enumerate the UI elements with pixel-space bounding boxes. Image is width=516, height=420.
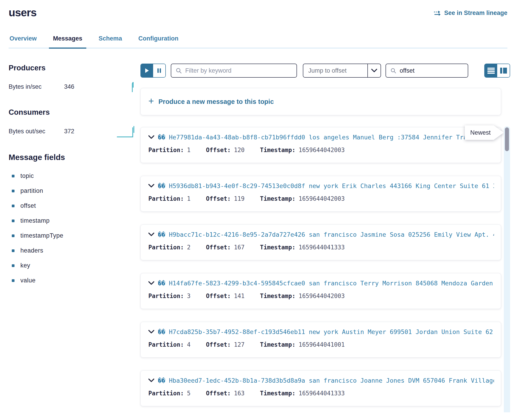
- list-view-button[interactable]: [485, 64, 497, 77]
- topic-page: users See in Stream lineage Overview Mes…: [0, 0, 516, 420]
- field-item-key: key: [9, 262, 136, 269]
- field-item-headers: headers: [9, 247, 136, 254]
- offset-input-box: [385, 64, 468, 78]
- timestamp-label: Timestamp:: [260, 292, 296, 299]
- bytes-in-value: 346: [64, 83, 74, 90]
- offset-label: Offset:: [206, 195, 231, 202]
- filter-keyword-input[interactable]: [185, 67, 292, 74]
- expand-chevron-icon[interactable]: [148, 233, 154, 236]
- expand-chevron-icon[interactable]: [148, 281, 154, 285]
- message-fields-heading: Message fields: [9, 153, 136, 162]
- tab-messages[interactable]: Messages: [52, 35, 83, 47]
- partition-value: 1: [187, 147, 191, 153]
- pause-icon: [157, 68, 161, 73]
- message-key: He77981da-4a43-48ab-b8f8-cb71b96ffdd0 lo…: [169, 134, 482, 141]
- consumers-heading: Consumers: [9, 108, 136, 117]
- message-meta: Partition:5 Offset:163 Timestamp:1659644…: [148, 390, 494, 397]
- bytes-in-metric: Bytes in/sec 346: [9, 80, 136, 93]
- offset-value: 119: [234, 195, 245, 202]
- timestamp-label: Timestamp:: [260, 341, 296, 348]
- expand-chevron-icon[interactable]: [148, 135, 154, 139]
- message-row[interactable]: �� H7cda825b-35b7-4952-88ef-c193d546eb11…: [140, 322, 501, 358]
- timestamp-label: Timestamp:: [260, 244, 296, 251]
- bytes-out-label: Bytes out/sec: [9, 128, 64, 135]
- offset-label: Offset:: [206, 390, 231, 397]
- stream-lineage-link[interactable]: See in Stream lineage: [434, 9, 507, 16]
- square-bullet-icon: [12, 219, 15, 222]
- bytes-out-value: 372: [64, 128, 74, 135]
- jump-to-select[interactable]: Jump to offset: [303, 64, 381, 78]
- message-row[interactable]: �� H14fa67fe-5823-4299-b3c4-595845cfcae0…: [140, 273, 501, 309]
- partition-label: Partition:: [148, 341, 184, 348]
- newest-tooltip-label: Newest: [465, 125, 504, 140]
- field-item-partition: partition: [9, 187, 136, 195]
- square-bullet-icon: [12, 234, 15, 237]
- partition-label: Partition:: [148, 292, 184, 299]
- scrollbar-thumb[interactable]: [505, 128, 509, 151]
- play-button[interactable]: [141, 64, 153, 77]
- offset-value: 163: [234, 390, 245, 397]
- bytes-out-metric: Bytes out/sec 372: [9, 124, 136, 138]
- tab-bar: Overview Messages Schema Configuration: [9, 35, 507, 49]
- replacement-char-icon: ��: [158, 134, 165, 141]
- timestamp-label: Timestamp:: [260, 390, 296, 397]
- square-bullet-icon: [12, 249, 15, 252]
- partition-value: 4: [187, 341, 191, 348]
- timestamp-label: Timestamp:: [260, 147, 296, 153]
- tab-overview[interactable]: Overview: [9, 35, 38, 47]
- produce-message-button[interactable]: + Produce a new message to this topic: [140, 88, 501, 115]
- scrollbar-track[interactable]: [504, 126, 510, 412]
- timestamp-value: 1659644041333: [299, 244, 345, 251]
- expand-chevron-icon[interactable]: [148, 184, 154, 188]
- offset-label: Offset:: [206, 292, 231, 299]
- replacement-char-icon: ��: [158, 377, 165, 384]
- jump-to-select-value: Jump to offset: [303, 64, 367, 77]
- replacement-char-icon: ��: [158, 182, 165, 189]
- column-view-icon: [500, 68, 507, 74]
- partition-value: 1: [187, 195, 191, 202]
- expand-chevron-icon[interactable]: [148, 330, 154, 334]
- pause-button[interactable]: [153, 64, 165, 77]
- message-key: H7cda825b-35b7-4952-88ef-c193d546eb11 ne…: [169, 328, 494, 335]
- offset-label: Offset:: [206, 244, 231, 251]
- page-title: users: [9, 6, 37, 19]
- tab-schema[interactable]: Schema: [98, 35, 123, 47]
- producers-heading: Producers: [9, 64, 136, 72]
- message-row[interactable]: �� He77981da-4a43-48ab-b8f8-cb71b96ffdd0…: [140, 127, 501, 163]
- message-row[interactable]: �� H9bacc71c-b12c-4216-8e95-2a7da727e426…: [140, 225, 501, 260]
- message-row[interactable]: �� H5936db81-b943-4e0f-8c29-74513e0c0d8f…: [140, 176, 501, 212]
- timestamp-value: 1659644041001: [299, 341, 345, 348]
- offset-value: 120: [234, 147, 245, 153]
- timestamp-value: 1659644042003: [299, 195, 345, 202]
- offset-label: Offset:: [206, 341, 231, 348]
- partition-label: Partition:: [148, 390, 184, 397]
- expand-chevron-icon[interactable]: [148, 379, 154, 382]
- message-row[interactable]: �� Hba30eed7-1edc-452b-8b1a-738d3b5d8a9a…: [140, 370, 501, 406]
- square-bullet-icon: [12, 175, 15, 177]
- column-view-button[interactable]: [497, 64, 510, 77]
- messages-toolbar: Jump to offset: [140, 64, 510, 78]
- replacement-char-icon: ��: [158, 280, 165, 287]
- offset-search-input[interactable]: [400, 67, 463, 74]
- search-icon: [176, 68, 182, 74]
- message-meta: Partition:1 Offset:119 Timestamp:1659644…: [148, 195, 494, 202]
- produce-button-label: Produce a new message to this topic: [159, 98, 274, 105]
- messages-panel: Jump to offset: [140, 64, 510, 419]
- field-item-timestamp: timestamp: [9, 217, 136, 225]
- message-key: Hba30eed7-1edc-452b-8b1a-738d3b5d8a9a sa…: [169, 377, 494, 384]
- field-item-timestampType: timestampType: [9, 232, 136, 240]
- partition-label: Partition:: [148, 147, 184, 153]
- field-item-offset: offset: [9, 202, 136, 210]
- view-mode-toggle: [484, 64, 510, 78]
- filter-input-box: [171, 64, 297, 78]
- message-key: H9bacc71c-b12c-4216-8e95-2a7da727e426 sa…: [169, 231, 494, 238]
- replacement-char-icon: ��: [158, 328, 165, 335]
- partition-value: 3: [187, 292, 191, 299]
- page-header: users See in Stream lineage: [9, 6, 507, 19]
- live-consume-toggle: [140, 64, 166, 78]
- lineage-arrow-icon: [434, 10, 441, 16]
- tab-configuration[interactable]: Configuration: [138, 35, 179, 47]
- chevron-down-icon: [368, 64, 381, 77]
- square-bullet-icon: [12, 190, 15, 192]
- timestamp-value: 1659644041333: [299, 390, 345, 397]
